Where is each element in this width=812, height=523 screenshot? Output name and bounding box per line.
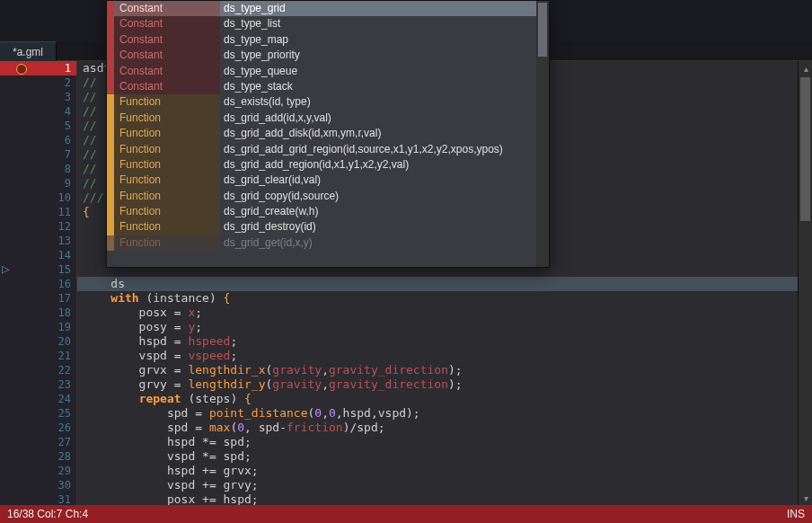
autocomplete-item[interactable]: Functionds_grid_destroy(id) bbox=[107, 219, 549, 235]
code-line-current[interactable]: ds bbox=[77, 277, 812, 291]
autocomplete-name: ds_type_stack bbox=[220, 79, 549, 94]
autocomplete-kind-bar bbox=[107, 111, 114, 126]
code-line[interactable]: hspd *= spd; bbox=[77, 435, 812, 449]
autocomplete-name: ds_grid_add_grid_region(id,source,x1,y1,… bbox=[220, 142, 549, 157]
code-line[interactable]: hspd += grvx; bbox=[77, 464, 812, 478]
autocomplete-kind: Function bbox=[114, 126, 220, 141]
autocomplete-kind: Function bbox=[114, 142, 220, 157]
autocomplete-item[interactable]: Functionds_grid_add(id,x,y,val) bbox=[107, 111, 549, 126]
autocomplete-kind: Function bbox=[114, 204, 220, 219]
scroll-up-icon[interactable]: ▴ bbox=[799, 61, 812, 75]
autocomplete-name: ds_grid_add_disk(id,xm,ym,r,val) bbox=[220, 126, 549, 141]
editor-scrollbar[interactable]: ▴ ▾ bbox=[798, 61, 812, 505]
autocomplete-kind-bar bbox=[107, 16, 114, 31]
autocomplete-item[interactable]: Functionds_grid_add_grid_region(id,sourc… bbox=[107, 142, 549, 157]
autocomplete-kind: Constant bbox=[114, 64, 220, 79]
autocomplete-kind: Function bbox=[114, 219, 220, 235]
autocomplete-kind-bar bbox=[107, 79, 114, 94]
line-number-gutter: 1234567891011121314151617181920212223242… bbox=[0, 61, 77, 505]
autocomplete-kind: Constant bbox=[114, 79, 220, 94]
line-number: 17 bbox=[0, 291, 76, 306]
line-number: 12 bbox=[0, 219, 76, 234]
line-number: 4 bbox=[0, 104, 76, 119]
autocomplete-kind: Constant bbox=[114, 32, 220, 48]
line-number: 20 bbox=[0, 334, 76, 349]
code-line[interactable]: grvy = lengthdir_y(gravity,gravity_direc… bbox=[77, 377, 812, 392]
autocomplete-kind-bar bbox=[107, 32, 114, 48]
autocomplete-popup[interactable]: Constantds_type_gridConstantds_type_list… bbox=[106, 0, 550, 268]
line-number: 2 bbox=[0, 75, 76, 90]
autocomplete-name: ds_grid_clear(id,val) bbox=[220, 173, 549, 188]
autocomplete-item[interactable]: Functionds_grid_clear(id,val) bbox=[107, 173, 549, 188]
app-root: *a.gml 123456789101112131415161718192021… bbox=[0, 0, 812, 523]
line-number: 9 bbox=[0, 176, 76, 191]
autocomplete-kind: Constant bbox=[114, 48, 220, 63]
scroll-down-icon[interactable]: ▾ bbox=[799, 491, 812, 505]
fold-marker-icon[interactable]: ▷ bbox=[0, 262, 11, 275]
autocomplete-name: ds_type_grid bbox=[220, 1, 549, 16]
line-number: 29 bbox=[0, 464, 76, 478]
code-line[interactable]: with (instance) { bbox=[77, 291, 812, 306]
autocomplete-kind: Function bbox=[114, 111, 220, 126]
autocomplete-item[interactable]: Constantds_type_map bbox=[107, 32, 549, 48]
code-line[interactable]: grvx = lengthdir_x(gravity,gravity_direc… bbox=[77, 363, 812, 377]
code-line[interactable]: repeat (steps) { bbox=[77, 392, 812, 406]
autocomplete-item[interactable]: Constantds_type_queue bbox=[107, 64, 549, 79]
autocomplete-item[interactable]: Functionds_grid_get(id,x,y) bbox=[107, 235, 549, 251]
autocomplete-name: ds_grid_copy(id,source) bbox=[220, 189, 549, 204]
line-number: 19 bbox=[0, 320, 76, 334]
code-line[interactable]: spd = max(0, spd-friction)/spd; bbox=[77, 421, 812, 435]
cursor-position: 16/38 Col:7 Ch:4 bbox=[7, 505, 88, 523]
autocomplete-kind-bar bbox=[107, 219, 114, 235]
code-line[interactable]: posy = y; bbox=[77, 320, 812, 334]
insert-mode: INS bbox=[787, 505, 805, 523]
autocomplete-name: ds_exists(id, type) bbox=[220, 94, 549, 110]
tab-file[interactable]: *a.gml bbox=[0, 41, 57, 61]
line-number: 26 bbox=[0, 421, 76, 435]
autocomplete-kind: Function bbox=[114, 189, 220, 204]
autocomplete-name: ds_grid_add_region(id,x1,y1,x2,y2,val) bbox=[220, 157, 549, 173]
code-line[interactable]: posx = x; bbox=[77, 306, 812, 320]
line-number: 14 bbox=[0, 248, 76, 262]
autocomplete-kind: Function bbox=[114, 235, 220, 251]
autocomplete-kind-bar bbox=[107, 1, 114, 16]
line-number: 28 bbox=[0, 449, 76, 464]
line-number: 21 bbox=[0, 349, 76, 363]
autocomplete-name: ds_grid_add(id,x,y,val) bbox=[220, 111, 549, 126]
line-number: 16 bbox=[0, 277, 76, 291]
autocomplete-name: ds_type_list bbox=[220, 16, 549, 31]
autocomplete-name: ds_type_queue bbox=[220, 64, 549, 79]
autocomplete-name: ds_type_priority bbox=[220, 48, 549, 63]
autocomplete-item[interactable]: Functionds_grid_copy(id,source) bbox=[107, 189, 549, 204]
autocomplete-item[interactable]: Constantds_type_list bbox=[107, 16, 549, 31]
autocomplete-item[interactable]: Functionds_grid_add_disk(id,xm,ym,r,val) bbox=[107, 126, 549, 141]
autocomplete-scroll-thumb[interactable] bbox=[538, 3, 547, 57]
autocomplete-name: ds_grid_create(w,h) bbox=[220, 204, 549, 219]
code-line[interactable]: vspd *= spd; bbox=[77, 449, 812, 464]
line-number: 22 bbox=[0, 363, 76, 377]
autocomplete-scrollbar[interactable] bbox=[536, 1, 549, 267]
autocomplete-item[interactable]: Constantds_type_grid bbox=[107, 1, 549, 16]
code-line[interactable]: vspd = vspeed; bbox=[77, 349, 812, 363]
code-line[interactable]: vspd += grvy; bbox=[77, 478, 812, 492]
code-line[interactable]: hspd = hspeed; bbox=[77, 334, 812, 349]
autocomplete-item[interactable]: Functionds_exists(id, type) bbox=[107, 94, 549, 110]
line-number: 3 bbox=[0, 90, 76, 104]
code-line[interactable]: spd = point_distance(0,0,hspd,vspd); bbox=[77, 406, 812, 421]
scroll-thumb[interactable] bbox=[800, 77, 810, 221]
tab-filename: *a.gml bbox=[13, 46, 43, 58]
status-bar: 16/38 Col:7 Ch:4 INS bbox=[0, 505, 812, 523]
autocomplete-kind-bar bbox=[107, 142, 114, 157]
autocomplete-item[interactable]: Constantds_type_priority bbox=[107, 48, 549, 63]
line-number: 7 bbox=[0, 147, 76, 162]
autocomplete-item[interactable]: Constantds_type_stack bbox=[107, 79, 549, 94]
line-number: 30 bbox=[0, 478, 76, 492]
line-number: 1 bbox=[0, 61, 76, 75]
autocomplete-item[interactable]: Functionds_grid_add_region(id,x1,y1,x2,y… bbox=[107, 157, 549, 173]
autocomplete-kind: Function bbox=[114, 94, 220, 110]
line-number: 5 bbox=[0, 119, 76, 133]
autocomplete-kind-bar bbox=[107, 204, 114, 219]
autocomplete-kind-bar bbox=[107, 235, 114, 251]
line-number: 6 bbox=[0, 133, 76, 147]
autocomplete-item[interactable]: Functionds_grid_create(w,h) bbox=[107, 204, 549, 219]
